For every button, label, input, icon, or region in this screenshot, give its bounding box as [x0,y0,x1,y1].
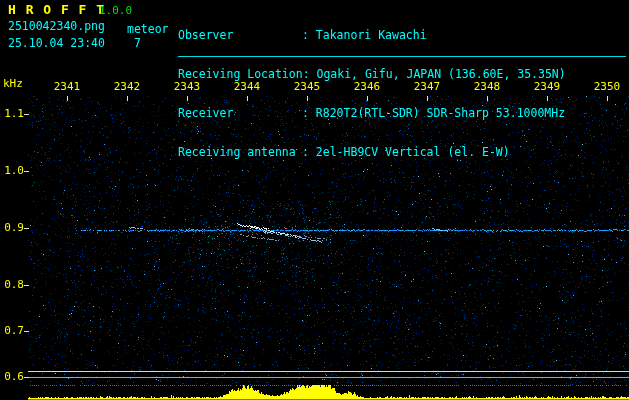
y-axis-tick-label: 0.9 [0,221,24,234]
info-value: : Takanori Kawachi [302,28,427,42]
observation-datetime: 25.10.04 23:40 [8,37,105,50]
info-value: : Ogaki, Gifu, JAPAN (136.60E, 35.35N) [303,67,566,81]
x-axis-tick-label: 2347 [411,80,443,93]
app-version: 1.0.0 [99,5,132,17]
mode-label: meteor [127,23,169,36]
info-row-observer: Observer: Takanori Kawachi [178,29,566,42]
x-axis-tick-label: 2345 [291,80,323,93]
output-filename: 2510042340.png [8,20,105,33]
info-label: Observer [178,29,302,42]
app-title: H R O F F T [8,3,105,17]
info-label: Receiver [178,107,302,120]
info-value: : R820T2(RTL-SDR) SDR-Sharp 53.1000MHz [302,106,565,120]
x-axis-tick-label: 2342 [111,80,143,93]
y-axis-tick-label: 0.6 [0,370,24,383]
y-axis-tick-label: 1.0 [0,164,24,177]
info-underline [178,56,626,57]
x-axis-tick-label: 2346 [351,80,383,93]
x-axis-tick-label: 2344 [231,80,263,93]
observer-info-block: Observer: Takanori Kawachi Receiving Loc… [178,3,566,185]
x-axis-tick-label: 2349 [531,80,563,93]
x-axis-tick-label: 2343 [171,80,203,93]
info-value: : 2el-HB9CV Vertical (el. E-W) [302,145,510,159]
x-axis-tick-label: 2348 [471,80,503,93]
y-axis-tick-label: 0.7 [0,324,24,337]
info-row-antenna: Receiving antenna: 2el-HB9CV Vertical (e… [178,146,566,159]
y-axis-tick-label: 0.8 [0,278,24,291]
info-label: Receiving antenna [178,146,302,159]
x-axis-tick-label: 2350 [591,80,623,93]
count-value: 7 [134,37,141,50]
y-axis-tick-label: 1.1 [0,107,24,120]
y-axis-unit-label: kHz [3,78,23,90]
x-axis-tick-label: 2341 [51,80,83,93]
info-row-receiver: Receiver: R820T2(RTL-SDR) SDR-Sharp 53.1… [178,107,566,120]
hrofft-spectrogram-screen: H R O F F T 1.0.0 2510042340.png meteor … [0,0,629,400]
